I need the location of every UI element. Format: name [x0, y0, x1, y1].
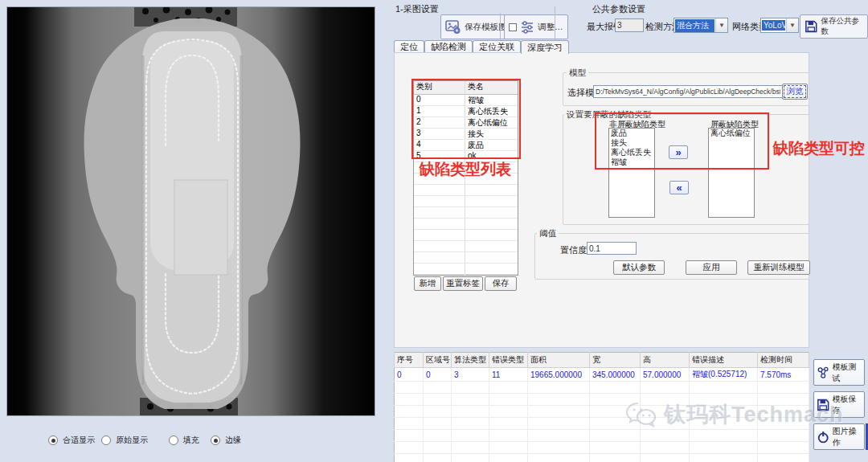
network-type-dropdown[interactable]: YoLoV3 ▼	[760, 18, 799, 33]
radio-fill-label: 填充	[183, 435, 199, 446]
unshielded-defect-list[interactable]: 废品 接头 离心纸丢失 褶皱	[608, 128, 655, 218]
max-error-input[interactable]	[615, 18, 644, 32]
list-item[interactable]: 离心纸丢失	[609, 148, 654, 157]
class-table[interactable]: 类别 类名 0褶皱 1离心纸丢失 2离心纸偏位 3接头 4废品 5ok	[413, 80, 518, 276]
tab-label: 缺陷检测	[431, 41, 466, 53]
results-header-row: 序号 区域号 算法类型 错误类型 面积 宽 高 错误描述 检测时间	[395, 353, 809, 368]
class-row[interactable]: 5ok	[414, 151, 518, 162]
results-table[interactable]: 序号 区域号 算法类型 错误类型 面积 宽 高 错误描述 检测时间 0 0 3 …	[394, 352, 809, 462]
display-option-original[interactable]: 原始显示	[101, 435, 148, 446]
result-row-empty[interactable]	[395, 382, 809, 394]
model-path-input[interactable]	[593, 85, 783, 98]
class-row-empty[interactable]	[414, 207, 518, 219]
sliders-icon	[520, 20, 534, 35]
shield-groupbox	[563, 114, 809, 225]
class-row-empty[interactable]	[414, 162, 518, 174]
display-option-fill[interactable]: 填充	[169, 435, 199, 446]
list-item[interactable]: 废品	[609, 129, 654, 138]
list-item[interactable]: 离心纸偏位	[709, 129, 754, 138]
apply-button[interactable]: 应用	[686, 260, 737, 275]
floppy-disk-icon	[817, 398, 829, 412]
chevron-down-icon[interactable]: ▼	[786, 18, 798, 32]
move-left-button[interactable]: «	[669, 181, 689, 194]
radio-fill[interactable]	[169, 435, 178, 445]
save-labels-button[interactable]: 保存	[485, 276, 517, 291]
tab-label: 定位	[400, 41, 418, 53]
tab-defect-detection[interactable]: 缺陷检测	[424, 40, 473, 53]
image-operation-button[interactable]: 图片操作	[813, 423, 865, 450]
threshold-group-label: 阈值	[537, 228, 559, 239]
tab-label: 定位关联	[479, 41, 514, 53]
confidence-input[interactable]	[587, 242, 637, 255]
radio-original-display[interactable]	[101, 435, 111, 445]
confidence-label: 置信度	[560, 244, 587, 256]
toolbar-divider	[500, 13, 501, 39]
xray-image-viewer[interactable]	[6, 6, 375, 416]
class-row-empty[interactable]	[414, 174, 518, 185]
chevron-down-icon[interactable]: ▼	[715, 18, 727, 32]
tab-deep-learning[interactable]: 深度学习	[521, 40, 569, 54]
tab-label: 深度学习	[527, 42, 563, 54]
adjust-button[interactable]: 调整…	[504, 14, 568, 39]
default-params-button[interactable]: 默认参数	[613, 260, 665, 275]
network-type-value: YoLoV3	[762, 20, 785, 31]
detect-method-dropdown[interactable]: 混合方法 ▼	[674, 18, 728, 33]
section-divider	[555, 6, 555, 42]
picture-plus-icon	[445, 20, 461, 35]
class-row[interactable]: 0褶皱	[414, 95, 518, 106]
class-row-empty[interactable]	[414, 219, 518, 230]
result-row-empty[interactable]	[395, 442, 809, 454]
detect-method-value: 混合方法	[675, 19, 714, 32]
save-template-image-button[interactable]: 保存模板图	[440, 14, 512, 39]
save-common-params-button[interactable]: 保存公共参数	[800, 14, 868, 39]
result-row-empty[interactable]	[395, 418, 809, 430]
add-class-button[interactable]: 新增	[414, 276, 441, 291]
capture-settings-title: 1-采图设置	[395, 3, 439, 15]
floppy-disk-icon	[805, 19, 818, 34]
result-row-empty[interactable]	[395, 454, 809, 462]
result-row[interactable]: 0 0 3 11 19665.000000 345.000000 57.0000…	[395, 368, 809, 382]
app-window: 合适显示 原始显示 填充 边缘 1-采图设置 保存模板图	[0, 0, 868, 462]
class-row[interactable]: 4废品	[414, 140, 518, 151]
tab-positioning-association[interactable]: 定位关联	[473, 40, 521, 53]
class-table-header: 类别 类名	[414, 81, 518, 95]
move-right-button[interactable]: »	[669, 145, 688, 159]
molecule-icon	[817, 366, 829, 380]
display-option-fit[interactable]: 合适显示	[48, 435, 95, 446]
class-row-empty[interactable]	[414, 252, 518, 264]
class-row-empty[interactable]	[414, 185, 518, 196]
class-row[interactable]: 3接头	[414, 129, 518, 140]
list-item[interactable]: 褶皱	[609, 157, 654, 167]
class-id-header: 类别	[414, 81, 465, 94]
template-test-button[interactable]: 模板测试	[813, 359, 865, 386]
display-option-edge[interactable]: 边缘	[211, 435, 241, 446]
adjust-checkbox[interactable]	[509, 23, 517, 31]
class-row-empty[interactable]	[414, 264, 518, 275]
class-row-empty[interactable]	[414, 230, 518, 241]
radio-fit-display[interactable]	[48, 435, 58, 445]
class-row[interactable]: 1离心纸丢失	[414, 106, 518, 117]
power-icon	[817, 430, 829, 444]
result-row-empty[interactable]	[395, 406, 809, 418]
class-row-empty[interactable]	[414, 241, 518, 252]
model-group-label: 模型	[567, 67, 588, 79]
radio-edge[interactable]	[211, 435, 220, 445]
class-row-empty[interactable]	[414, 196, 518, 207]
template-save-button[interactable]: 模板保存	[813, 391, 865, 418]
retrain-model-button[interactable]: 重新训练模型	[747, 260, 810, 275]
common-params-title: 公共参数设置	[592, 3, 645, 15]
save-common-params-label: 保存公共参数	[821, 16, 863, 37]
reset-labels-button[interactable]: 重置标签	[443, 276, 483, 291]
radio-edge-label: 边缘	[225, 435, 241, 446]
class-name-header: 类名	[465, 81, 518, 94]
shielded-defect-list[interactable]: 离心纸偏位	[708, 128, 755, 218]
class-row[interactable]: 2离心纸偏位	[414, 117, 518, 129]
result-row-empty[interactable]	[395, 394, 809, 406]
radio-fit-label: 合适显示	[63, 435, 95, 446]
tab-positioning[interactable]: 定位	[394, 40, 424, 53]
list-item[interactable]: 接头	[609, 138, 654, 148]
browse-model-button[interactable]: 浏览	[782, 84, 808, 100]
adjust-label: 调整…	[538, 22, 563, 33]
result-row-empty[interactable]	[395, 430, 809, 442]
radio-original-label: 原始显示	[116, 435, 148, 446]
